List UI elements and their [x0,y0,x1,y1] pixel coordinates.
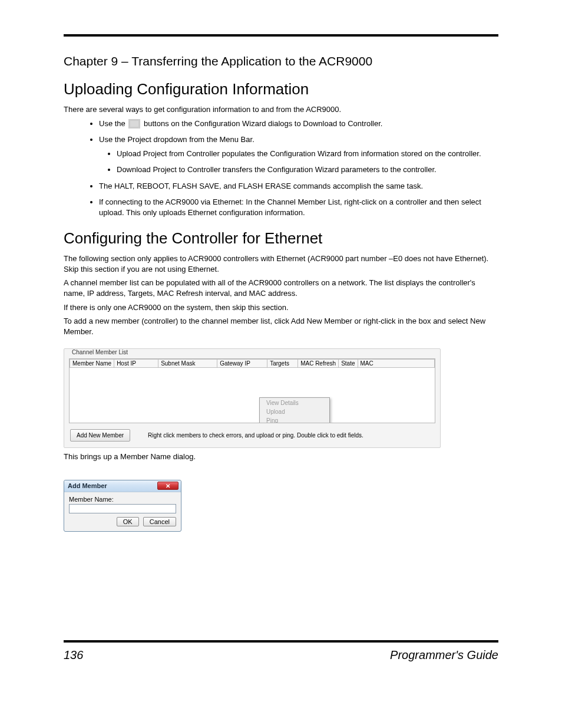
bullet-2-text: Use the Project dropdown from the Menu B… [99,135,254,144]
add-new-member-button[interactable]: Add New Member [70,429,130,442]
page-top-rule [64,34,498,37]
bullet-2-sublist: Upload Project from Controller populates… [117,149,498,175]
footer-text: Programmer's Guide [390,648,498,662]
cml-group-label: Channel Member List [70,349,130,355]
menu-view-details[interactable]: View Details [260,398,329,407]
cml-table-area[interactable]: Member Name Host IP Subnet Mask Gateway … [69,358,435,423]
bullet-2a: Upload Project from Controller populates… [117,149,498,159]
bullet-1-post: buttons on the Configuration Wizard dial… [144,119,382,128]
chapter-header: Chapter 9 – Transferring the Application… [64,54,498,68]
config-p4: To add a new member (controller) to the … [64,316,498,337]
menu-ping[interactable]: Ping [260,416,329,423]
ok-button[interactable]: OK [117,517,139,526]
upload-bullet-list: Use the buttons on the Configuration Wiz… [99,118,498,218]
bullet-4: If connecting to the ACR9000 via Etherne… [99,197,498,218]
cml-context-menu: View Details Upload Ping New Member... R… [259,397,330,423]
add-member-dialog: Add Member ✕ Member Name: OK Cancel [64,480,181,532]
dialog-title: Add Member [68,482,107,489]
col-host-ip[interactable]: Host IP [114,360,158,368]
channel-member-list-panel: Channel Member List Member Name Host IP … [64,348,441,448]
col-subnet-mask[interactable]: Subnet Mask [158,360,217,368]
cancel-button[interactable]: Cancel [143,517,176,526]
config-p2: A channel member list can be populated w… [64,278,498,298]
col-mac-refresh[interactable]: MAC Refresh [298,360,339,368]
heading-uploading: Uploading Configuration Information [64,80,498,98]
page-bottom-rule [64,640,498,643]
col-member-name[interactable]: Member Name [70,360,114,368]
bullet-2: Use the Project dropdown from the Menu B… [99,134,498,175]
menu-upload[interactable]: Upload [260,407,329,416]
col-mac[interactable]: MAC [358,360,434,368]
member-name-input[interactable] [69,504,176,513]
col-targets[interactable]: Targets [267,360,298,368]
col-state[interactable]: State [339,360,358,368]
footer-page-number: 136 [64,648,83,662]
cml-help-text: Right click members to check errors, and… [148,432,363,439]
upload-intro: There are several ways to get configurat… [64,104,498,115]
config-p1: The following section only applies to AC… [64,253,498,274]
download-to-controller-icon [128,119,140,129]
config-p5: This brings up a Member Name dialog. [64,452,498,462]
member-name-label: Member Name: [69,496,176,503]
close-icon: ✕ [166,483,170,489]
dialog-close-button[interactable]: ✕ [157,482,178,490]
bullet-2b: Download Project to Controller transfers… [117,164,498,175]
bullet-3: The HALT, REBOOT, FLASH SAVE, and FLASH … [99,181,498,192]
bullet-1-pre: Use the [99,119,127,128]
cml-table: Member Name Host IP Subnet Mask Gateway … [70,359,435,368]
config-p3: If there is only one ACR9000 on the syst… [64,302,498,313]
col-gateway-ip[interactable]: Gateway IP [217,360,267,368]
bullet-1: Use the buttons on the Configuration Wiz… [99,118,498,129]
heading-configuring-ethernet: Configuring the Controller for Ethernet [64,229,498,248]
